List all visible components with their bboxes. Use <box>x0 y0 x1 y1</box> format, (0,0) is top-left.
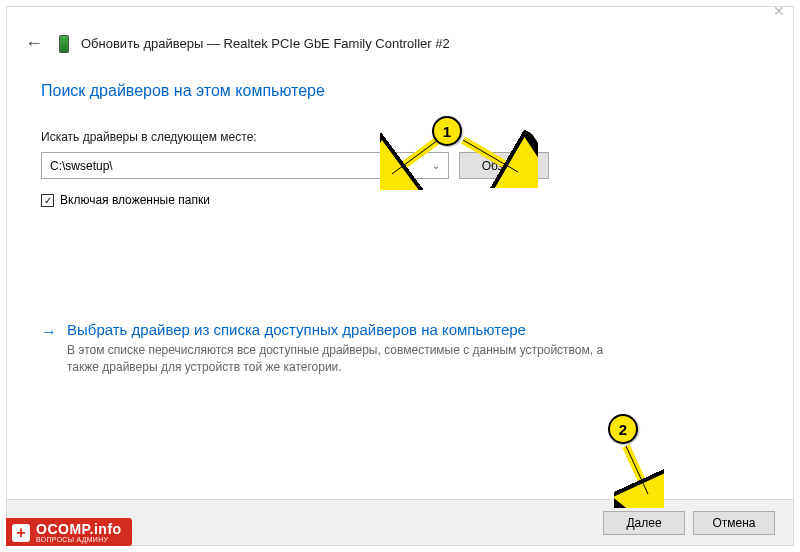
page-heading: Поиск драйверов на этом компьютере <box>41 82 759 100</box>
annotation-arrow-2 <box>614 442 664 508</box>
annotation-badge-1: 1 <box>432 116 462 146</box>
plus-icon: + <box>12 524 30 542</box>
pick-from-list-description: В этом списке перечисляются все доступны… <box>67 342 627 376</box>
svg-line-5 <box>463 140 518 172</box>
dialog-window: ✕ ← Обновить драйверы — Realtek PCIe GbE… <box>6 6 794 546</box>
watermark-text: OCOMP.info ВОПРОСЫ АДМИНУ <box>36 522 122 543</box>
svg-line-8 <box>626 446 648 494</box>
arrow-right-icon: → <box>41 323 57 376</box>
device-icon <box>59 35 69 53</box>
watermark-badge: + OCOMP.info ВОПРОСЫ АДМИНУ <box>6 518 132 546</box>
close-icon[interactable]: ✕ <box>773 3 785 19</box>
cancel-button[interactable]: Отмена <box>693 511 775 535</box>
path-value: C:\swsetup\ <box>50 159 113 173</box>
back-arrow-icon[interactable]: ← <box>21 33 47 54</box>
next-button[interactable]: Далее <box>603 511 685 535</box>
pick-from-list-section[interactable]: → Выбрать драйвер из списка доступных др… <box>41 321 759 376</box>
svg-line-2 <box>392 140 438 174</box>
include-subfolders-checkbox[interactable]: ✓ <box>41 194 54 207</box>
dialog-content: Поиск драйверов на этом компьютере Искат… <box>7 64 793 376</box>
pick-from-list-body: Выбрать драйвер из списка доступных драй… <box>67 321 627 376</box>
include-subfolders-row: ✓ Включая вложенные папки <box>41 193 759 207</box>
dialog-title: Обновить драйверы — Realtek PCIe GbE Fam… <box>81 36 450 51</box>
pick-from-list-title[interactable]: Выбрать драйвер из списка доступных драй… <box>67 321 627 338</box>
annotation-arrow-1-right <box>458 130 538 188</box>
include-subfolders-label: Включая вложенные папки <box>60 193 210 207</box>
annotation-badge-2: 2 <box>608 414 638 444</box>
dialog-header: ← Обновить драйверы — Realtek PCIe GbE F… <box>7 7 793 64</box>
